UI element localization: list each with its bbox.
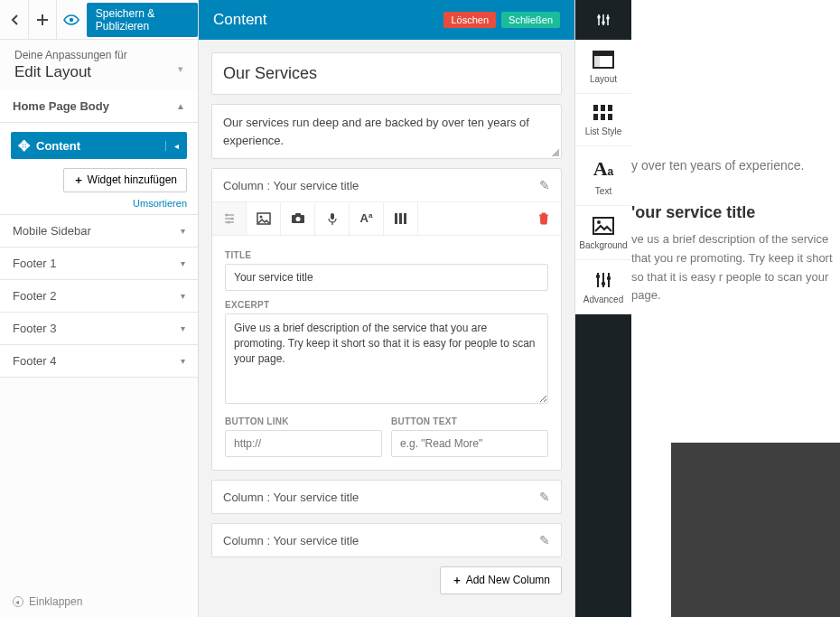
delete-button[interactable]: Löschen bbox=[443, 12, 496, 28]
tab-layout[interactable]: Layout bbox=[575, 40, 631, 94]
camera-icon bbox=[291, 213, 305, 224]
right-tabs: Layout List Style Aa Text Background Adv… bbox=[575, 0, 631, 617]
type-image[interactable] bbox=[247, 202, 281, 235]
trash-icon bbox=[538, 212, 549, 225]
section-label: Footer 2 bbox=[13, 289, 56, 303]
plus-icon: ＋ bbox=[452, 574, 462, 586]
image-icon bbox=[257, 212, 271, 225]
preview-intro-line: y over ten years of experience. bbox=[631, 158, 813, 173]
text-icon: Aa bbox=[593, 157, 614, 181]
background-icon bbox=[593, 217, 614, 235]
tab-label: List Style bbox=[585, 126, 622, 136]
svg-rect-23 bbox=[601, 114, 605, 120]
column-1-body: TITLE EXCERPT BUTTON LINK BUTTON TEXT bbox=[212, 236, 561, 470]
section-description-input[interactable]: Our services run deep and are backed by … bbox=[211, 104, 562, 159]
add-widget-button[interactable]: ＋ Widget hinzufügen bbox=[63, 168, 187, 192]
settings-header-icon[interactable] bbox=[575, 0, 631, 40]
pencil-icon[interactable]: ✎ bbox=[539, 178, 550, 192]
add-column-button[interactable]: ＋Add New Column bbox=[440, 566, 562, 594]
section-footer-3[interactable]: Footer 3▾ bbox=[0, 313, 198, 345]
mic-icon bbox=[328, 212, 337, 225]
collapse-icon[interactable]: ◂ bbox=[165, 141, 187, 151]
collapse-label: Einklappen bbox=[29, 595, 82, 608]
title-label: TITLE bbox=[225, 250, 548, 260]
preview-area: y over ten years of experience. 'our ser… bbox=[631, 0, 840, 617]
chevron-down-icon: ▾ bbox=[181, 356, 185, 366]
type-camera[interactable] bbox=[281, 202, 315, 235]
column-header-label: Column : Your service title bbox=[223, 491, 359, 504]
save-publish-button[interactable]: Speichern & Publizieren bbox=[87, 3, 198, 37]
tab-label: Layout bbox=[590, 74, 617, 84]
column-3-header[interactable]: Column : Your service title ✎ bbox=[212, 524, 561, 556]
excerpt-field[interactable] bbox=[225, 313, 548, 404]
tab-label: Background bbox=[579, 240, 627, 250]
svg-rect-17 bbox=[593, 51, 613, 56]
left-sidebar: Speichern & Publizieren Deine Anpassunge… bbox=[0, 0, 199, 617]
section-title-input[interactable]: Our Services bbox=[211, 52, 562, 95]
svg-rect-19 bbox=[593, 105, 598, 111]
type-columns[interactable] bbox=[384, 202, 418, 235]
eye-icon bbox=[63, 14, 79, 25]
button-text-field[interactable] bbox=[391, 430, 548, 457]
back-button[interactable] bbox=[0, 0, 29, 40]
section-footer-4[interactable]: Footer 4▾ bbox=[0, 345, 198, 378]
collapse-sidebar-button[interactable]: ◂ Einklappen bbox=[0, 586, 198, 617]
svg-rect-24 bbox=[608, 114, 612, 120]
add-button[interactable] bbox=[29, 0, 57, 40]
svg-point-7 bbox=[295, 217, 300, 221]
section-label: Home Page Body bbox=[13, 99, 109, 113]
column-type-row: Aа bbox=[212, 201, 561, 236]
title-field[interactable] bbox=[225, 264, 548, 291]
type-sliders[interactable] bbox=[212, 202, 247, 235]
column-2-header[interactable]: Column : Your service title ✎ bbox=[212, 481, 561, 513]
tab-background[interactable]: Background bbox=[575, 206, 631, 260]
move-icon: ✥ bbox=[11, 137, 36, 154]
section-footer-1[interactable]: Footer 1▾ bbox=[0, 248, 198, 280]
tab-label: Text bbox=[595, 186, 611, 196]
page-title-text: Edit Layout bbox=[14, 63, 91, 80]
section-mobile-sidebar[interactable]: Mobile Sidebar▾ bbox=[0, 215, 198, 248]
center-title: Content bbox=[213, 11, 443, 29]
content-widget-button[interactable]: ✥ Content ◂ bbox=[11, 132, 187, 159]
reorder-link[interactable]: Umsortieren bbox=[133, 192, 187, 209]
columns-icon bbox=[395, 213, 407, 224]
tab-list-style[interactable]: List Style bbox=[575, 94, 631, 146]
breadcrumb: Deine Anpassungen für bbox=[0, 40, 198, 63]
chevron-down-icon: ▾ bbox=[181, 226, 185, 236]
svg-point-1 bbox=[225, 214, 228, 217]
chevron-down-icon: ▾ bbox=[181, 291, 185, 301]
tab-label: Advanced bbox=[583, 294, 623, 304]
layout-icon bbox=[593, 51, 614, 69]
button-link-field[interactable] bbox=[225, 430, 382, 457]
section-footer-2[interactable]: Footer 2▾ bbox=[0, 280, 198, 313]
add-column-label: Add New Column bbox=[466, 574, 550, 586]
svg-point-13 bbox=[597, 15, 601, 19]
collapse-icon: ◂ bbox=[13, 596, 23, 607]
chevron-down-icon: ▾ bbox=[181, 323, 185, 333]
top-actions: Speichern & Publizieren bbox=[0, 0, 198, 40]
svg-point-14 bbox=[602, 21, 605, 24]
pencil-icon[interactable]: ✎ bbox=[539, 490, 550, 504]
tab-text[interactable]: Aa Text bbox=[575, 146, 631, 206]
center-body: Our Services Our services run deep and a… bbox=[199, 40, 574, 617]
sliders-icon bbox=[596, 13, 611, 27]
delete-column-button[interactable] bbox=[527, 202, 561, 235]
type-mic[interactable] bbox=[315, 202, 350, 235]
type-text[interactable]: Aа bbox=[350, 202, 384, 235]
svg-point-3 bbox=[227, 221, 229, 224]
svg-point-0 bbox=[69, 17, 72, 21]
section-label: Footer 1 bbox=[13, 257, 56, 270]
tab-advanced[interactable]: Advanced bbox=[575, 260, 631, 314]
svg-rect-9 bbox=[331, 213, 334, 220]
advanced-icon bbox=[595, 271, 611, 289]
svg-rect-8 bbox=[295, 213, 301, 216]
preview-dark-section bbox=[671, 443, 840, 617]
pencil-icon[interactable]: ✎ bbox=[539, 533, 550, 547]
column-header-label: Column : Your service title bbox=[223, 534, 359, 547]
section-home-page-body[interactable]: Home Page Body ▲ bbox=[0, 90, 198, 123]
close-button[interactable]: Schließen bbox=[501, 12, 560, 28]
column-1-header[interactable]: Column : Your service title ✎ bbox=[212, 169, 561, 201]
preview-toggle[interactable] bbox=[57, 0, 85, 40]
chevron-up-icon: ▲ bbox=[176, 101, 185, 111]
column-1: Column : Your service title ✎ Aа TITLE E… bbox=[211, 168, 562, 471]
